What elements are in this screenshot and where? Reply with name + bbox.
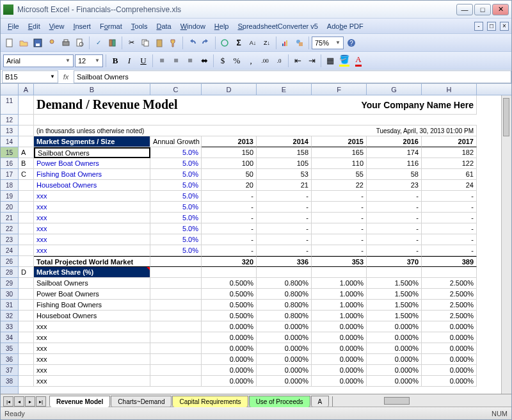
segment-value[interactable]: 100 bbox=[202, 158, 257, 169]
share-value[interactable]: 1.000% bbox=[312, 300, 367, 311]
segment-value[interactable]: 21 bbox=[257, 180, 312, 191]
growth-value[interactable]: 5.0% bbox=[150, 169, 202, 180]
segment-value[interactable]: 61 bbox=[422, 169, 477, 180]
menu-adobe-pdf[interactable]: Adobe PDF bbox=[323, 21, 368, 31]
menu-view[interactable]: View bbox=[45, 21, 69, 31]
segment-value[interactable]: 116 bbox=[367, 158, 422, 169]
cell[interactable] bbox=[150, 332, 202, 343]
close-button[interactable]: ✕ bbox=[492, 4, 509, 15]
share-value[interactable]: 1.000% bbox=[312, 289, 367, 300]
segment-value[interactable]: - bbox=[312, 234, 367, 245]
column-header-H[interactable]: H bbox=[422, 84, 477, 95]
row-letter[interactable]: A bbox=[19, 147, 34, 158]
share-value[interactable]: 0.000% bbox=[367, 376, 422, 387]
cell[interactable] bbox=[312, 267, 367, 278]
total-label[interactable]: Total Projected World Market bbox=[34, 256, 150, 267]
segment-value[interactable]: 58 bbox=[367, 169, 422, 180]
row-header-31[interactable]: 31 bbox=[1, 300, 18, 311]
minimize-button[interactable]: — bbox=[456, 4, 473, 15]
autosum-icon[interactable]: Σ bbox=[232, 36, 245, 49]
total-value[interactable]: 336 bbox=[257, 256, 312, 267]
menu-help[interactable]: Help bbox=[210, 21, 234, 31]
row-header-26[interactable]: 26 bbox=[1, 256, 18, 267]
segment-value[interactable]: - bbox=[257, 191, 312, 202]
row-header-16[interactable]: 16 bbox=[1, 158, 18, 169]
cell[interactable] bbox=[150, 300, 202, 311]
row-header-29[interactable]: 29 bbox=[1, 278, 18, 289]
share-value[interactable]: 0.500% bbox=[202, 278, 257, 289]
copy-icon[interactable] bbox=[139, 36, 152, 49]
segment-value[interactable]: - bbox=[202, 191, 257, 202]
segment-value[interactable]: - bbox=[202, 234, 257, 245]
segment-value[interactable]: - bbox=[312, 223, 367, 234]
segment-value[interactable]: - bbox=[422, 234, 477, 245]
total-value[interactable]: 320 bbox=[202, 256, 257, 267]
segment-value[interactable]: - bbox=[202, 223, 257, 234]
doc-minimize-button[interactable]: - bbox=[474, 22, 483, 31]
cell[interactable] bbox=[34, 115, 150, 125]
segment-name[interactable]: xxx bbox=[34, 213, 150, 223]
row-header-21[interactable]: 21 bbox=[1, 213, 18, 223]
cell[interactable] bbox=[367, 115, 422, 125]
share-label[interactable]: Fishing Boat Owners bbox=[34, 300, 150, 311]
column-header-D[interactable]: D bbox=[202, 84, 257, 95]
cell[interactable] bbox=[19, 256, 34, 267]
cell[interactable] bbox=[19, 332, 34, 343]
segment-value[interactable]: 24 bbox=[422, 180, 477, 191]
horizontal-scrollbar[interactable] bbox=[332, 396, 511, 407]
segment-value[interactable]: - bbox=[257, 223, 312, 234]
tab-first-button[interactable]: |◂ bbox=[3, 396, 13, 407]
row-header-24[interactable]: 24 bbox=[1, 245, 18, 256]
cell[interactable] bbox=[19, 354, 34, 365]
share-value[interactable]: 0.000% bbox=[257, 354, 312, 365]
cell[interactable] bbox=[150, 115, 202, 125]
sheet-tab-capital-requirements[interactable]: Capital Requirements bbox=[172, 396, 248, 407]
growth-value[interactable]: 5.0% bbox=[150, 223, 202, 234]
segment-value[interactable]: - bbox=[312, 245, 367, 256]
share-value[interactable]: 2.500% bbox=[422, 289, 477, 300]
row-header-22[interactable]: 22 bbox=[1, 223, 18, 234]
row-letter[interactable] bbox=[19, 213, 34, 223]
segment-value[interactable]: 53 bbox=[257, 169, 312, 180]
sort-desc-icon[interactable]: Z↓ bbox=[260, 36, 273, 49]
cell[interactable] bbox=[150, 311, 202, 321]
share-value[interactable]: 0.000% bbox=[202, 354, 257, 365]
segment-name[interactable]: Houseboat Owners bbox=[34, 180, 150, 191]
row-header-35[interactable]: 35 bbox=[1, 343, 18, 354]
share-label[interactable]: xxx bbox=[34, 343, 150, 354]
share-value[interactable]: 0.000% bbox=[367, 365, 422, 376]
segment-value[interactable]: - bbox=[257, 234, 312, 245]
row-header-23[interactable]: 23 bbox=[1, 234, 18, 245]
hyperlink-icon[interactable] bbox=[218, 36, 231, 49]
share-value[interactable]: 0.500% bbox=[202, 311, 257, 321]
share-value[interactable]: 0.800% bbox=[257, 311, 312, 321]
row-header-19[interactable]: 19 bbox=[1, 191, 18, 202]
italic-button[interactable]: I bbox=[123, 54, 136, 67]
cell[interactable] bbox=[19, 311, 34, 321]
growth-value[interactable]: 5.0% bbox=[150, 213, 202, 223]
cell[interactable] bbox=[19, 289, 34, 300]
segment-value[interactable]: 182 bbox=[422, 147, 477, 158]
cell[interactable] bbox=[150, 267, 202, 278]
cell[interactable] bbox=[150, 365, 202, 376]
doc-close-button[interactable]: × bbox=[500, 22, 509, 31]
column-header-F[interactable]: F bbox=[312, 84, 367, 95]
year-header[interactable]: 2014 bbox=[257, 136, 312, 147]
share-value[interactable]: 0.000% bbox=[312, 376, 367, 387]
row-header-30[interactable]: 30 bbox=[1, 289, 18, 300]
save-icon[interactable] bbox=[31, 36, 44, 49]
section-header-market-share[interactable]: Market Share (%) bbox=[34, 267, 150, 278]
share-value[interactable]: 0.000% bbox=[367, 343, 422, 354]
fx-label[interactable]: fx bbox=[58, 73, 74, 81]
segment-value[interactable]: 110 bbox=[312, 158, 367, 169]
share-value[interactable]: 0.000% bbox=[367, 332, 422, 343]
segment-value[interactable]: - bbox=[422, 213, 477, 223]
doc-restore-button[interactable]: □ bbox=[487, 22, 496, 31]
segment-value[interactable]: - bbox=[367, 234, 422, 245]
share-label[interactable]: Sailboat Owners bbox=[34, 278, 150, 289]
bold-button[interactable]: B bbox=[109, 54, 122, 67]
share-value[interactable]: 0.000% bbox=[422, 332, 477, 343]
growth-value[interactable]: 5.0% bbox=[150, 147, 202, 158]
cell[interactable] bbox=[257, 115, 312, 125]
growth-value[interactable]: 5.0% bbox=[150, 180, 202, 191]
